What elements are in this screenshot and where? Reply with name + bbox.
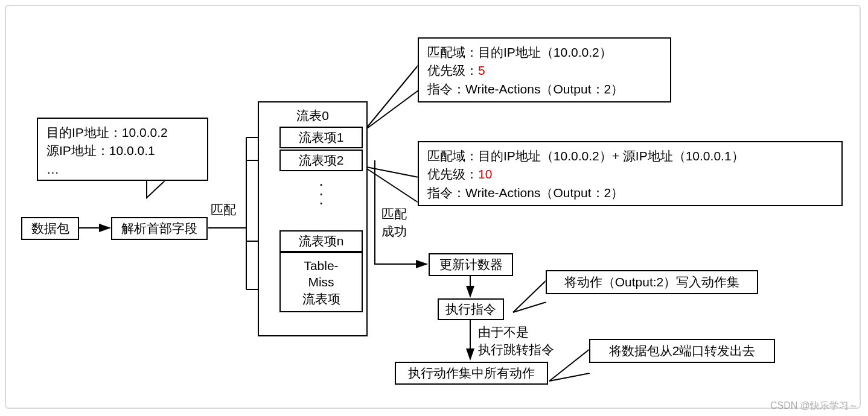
flow-entry-1-label: 流表项1 — [299, 129, 344, 145]
node-exec-instr: 执行指令 — [438, 298, 504, 320]
flow-entry-2-label: 流表项2 — [299, 152, 344, 168]
edge-label-match-success: 匹配 成功 — [381, 205, 407, 241]
entry1-prio-value: 5 — [478, 63, 485, 77]
callout-entry2: 匹配域：目的IP地址（10.0.0.2）+ 源IP地址（10.0.0.1） 优先… — [418, 141, 843, 206]
flow-table-title: 流表0 — [296, 107, 329, 124]
flow-entry-n-label: 流表项n — [299, 233, 344, 249]
entry1-match-line: 匹配域：目的IP地址（10.0.0.2） — [427, 43, 662, 61]
update-counter-label: 更新计数器 — [439, 256, 503, 273]
exec-all-note: 将数据包从2端口转发出去 — [609, 342, 756, 359]
node-update-counter: 更新计数器 — [429, 253, 513, 276]
node-parse-header: 解析首部字段 — [111, 217, 208, 240]
node-table-miss: Table- Miss 流表项 — [279, 252, 363, 312]
exec-all-actions-label: 执行动作集中所有动作 — [408, 365, 535, 381]
node-exec-all-actions: 执行动作集中所有动作 — [395, 362, 548, 385]
entry1-prio-label: 优先级： — [427, 63, 478, 77]
callout-exec-all: 将数据包从2端口转发出去 — [589, 339, 775, 363]
node-flow-entry-n: 流表项n — [279, 230, 363, 252]
entry2-instr-line: 指令：Write-Actions（Output：2） — [427, 184, 833, 202]
exec-instr-note: 将动作（Output:2）写入动作集 — [564, 274, 740, 290]
entry2-prio-value: 10 — [478, 167, 492, 181]
watermark: CSDN @快乐学习～ — [770, 400, 858, 412]
table-miss-label: Table- Miss 流表项 — [302, 257, 340, 307]
callout-entry1: 匹配域：目的IP地址（10.0.0.2） 优先级：5 指令：Write-Acti… — [418, 37, 671, 102]
node-parse-header-label: 解析首部字段 — [121, 220, 197, 236]
packet-info-dstip: 目的IP地址：10.0.0.2 — [46, 124, 199, 142]
packet-info-ellipsis: … — [46, 160, 199, 178]
edge-label-match: 匹配 — [211, 201, 236, 218]
edge-label-not-goto: 由于不是 执行跳转指令 — [478, 323, 554, 359]
diagram-root: 数据包 解析首部字段 目的IP地址：10.0.0.2 源IP地址：10.0.0.… — [0, 0, 868, 416]
entry1-instr-line: 指令：Write-Actions（Output：2） — [427, 80, 662, 98]
entry2-prio-label: 优先级： — [427, 167, 478, 181]
flow-entry-dots: ··· — [313, 180, 330, 208]
node-packet: 数据包 — [21, 217, 79, 240]
entry1-prio-line: 优先级：5 — [427, 61, 662, 80]
node-flow-entry-2: 流表项2 — [279, 150, 363, 171]
entry2-match-line: 匹配域：目的IP地址（10.0.0.2）+ 源IP地址（10.0.0.1） — [427, 147, 833, 165]
callout-packet-info: 目的IP地址：10.0.0.2 源IP地址：10.0.0.1 … — [37, 118, 208, 181]
callout-exec-instr: 将动作（Output:2）写入动作集 — [546, 270, 758, 294]
node-flow-entry-1: 流表项1 — [279, 127, 363, 148]
packet-info-srcip: 源IP地址：10.0.0.1 — [46, 142, 199, 160]
entry2-prio-line: 优先级：10 — [427, 165, 833, 183]
node-packet-label: 数据包 — [31, 220, 69, 236]
exec-instr-label: 执行指令 — [445, 301, 496, 317]
